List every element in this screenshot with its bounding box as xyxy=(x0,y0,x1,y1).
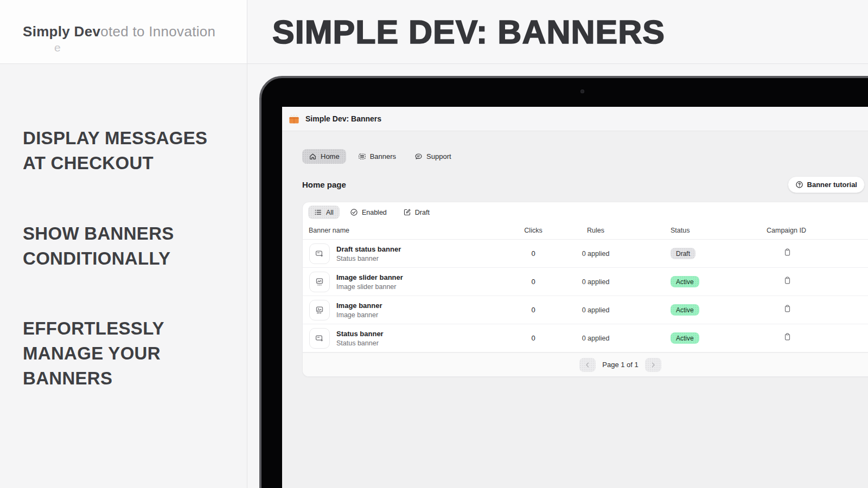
banner-name-cell: Status bannerStatus banner xyxy=(303,328,514,349)
feature-headline-2: SHOW BANNERS CONDITIONALLY xyxy=(23,221,225,271)
banner-name-cell: Draft status bannerStatus banner xyxy=(303,243,514,264)
webcam-dot xyxy=(580,89,584,93)
banner-subtitle: Image banner xyxy=(336,311,382,319)
column-rules: Rules xyxy=(552,227,639,234)
banners-card: All Enabled Draft xyxy=(302,202,868,377)
banner-name-cell: Image bannerImage banner xyxy=(303,300,514,320)
banner-subtitle: Image slider banner xyxy=(336,283,403,291)
check-circle-icon xyxy=(350,208,358,216)
clicks-value: 0 xyxy=(514,334,552,342)
right-panel: SIMPLE DEV: BANNERS Simple Dev: Banners xyxy=(247,0,868,488)
page-head: Home page Banner tutorial xyxy=(302,176,868,194)
chat-icon xyxy=(414,152,423,160)
laptop-mockup: Simple Dev: Banners Home Banners xyxy=(259,76,868,488)
nav-tabs: Home Banners Support xyxy=(302,149,868,164)
feature-headline-3: EFFORTLESSLY MANAGE YOUR BANNERS xyxy=(23,316,225,391)
package-box-icon xyxy=(288,113,300,125)
logo-light-part: oted to Innovation xyxy=(100,23,215,40)
rules-value: 0 applied xyxy=(552,250,639,258)
page-actions: Banner tutorial xyxy=(788,176,868,194)
app-title: Simple Dev: Banners xyxy=(305,114,381,123)
filter-draft[interactable]: Draft xyxy=(397,206,436,219)
previous-page-button[interactable] xyxy=(579,358,596,372)
filter-label: Enabled xyxy=(362,209,387,216)
table-row[interactable]: Status bannerStatus banner 0 0 applied A… xyxy=(303,324,868,352)
left-panel: Simply Devoted to Innovation e DISPLAY M… xyxy=(0,0,247,488)
banner-icon xyxy=(358,152,366,160)
feature-headline-1: DISPLAY MESSAGES AT CHECKOUT xyxy=(23,126,225,176)
banner-name-cell: Image slider bannerImage slider banner xyxy=(303,272,514,292)
banner-name: Image banner xyxy=(336,301,382,310)
clipboard-icon xyxy=(783,304,792,313)
column-status: Status xyxy=(639,227,737,234)
image-slider-icon xyxy=(309,272,330,292)
filter-label: All xyxy=(326,209,334,216)
nav-tab-support[interactable]: Support xyxy=(408,149,458,164)
filter-label: Draft xyxy=(415,209,430,216)
logo-mark: e xyxy=(54,41,61,54)
next-page-button[interactable] xyxy=(645,358,661,372)
banner-name: Image slider banner xyxy=(336,273,403,281)
app-titlebar: Simple Dev: Banners xyxy=(282,107,868,131)
clipboard-icon xyxy=(783,332,792,342)
clicks-value: 0 xyxy=(514,278,552,286)
status-badge: Active xyxy=(671,276,699,287)
home-icon xyxy=(309,152,317,160)
pagination-label: Page 1 of 1 xyxy=(602,361,639,369)
edit-icon xyxy=(403,208,411,216)
clicks-value: 0 xyxy=(514,306,552,314)
chevron-right-icon xyxy=(649,361,658,369)
status-badge: Draft xyxy=(671,248,695,259)
logo-bold-part: Simply Dev xyxy=(23,23,100,40)
banner-tutorial-label: Banner tutorial xyxy=(807,181,857,189)
logo-text: Simply Devoted to Innovation xyxy=(23,23,215,40)
filter-enabled[interactable]: Enabled xyxy=(344,206,393,219)
nav-tab-home[interactable]: Home xyxy=(302,149,346,164)
page: Simply Devoted to Innovation e DISPLAY M… xyxy=(0,0,868,488)
copy-campaign-id-button[interactable] xyxy=(783,248,792,257)
app-main: Home Banners Support xyxy=(282,149,868,377)
status-banner-icon xyxy=(309,328,330,349)
banner-subtitle: Status banner xyxy=(336,339,384,347)
clipboard-icon xyxy=(783,276,792,285)
nav-tab-label: Support xyxy=(426,152,451,160)
list-icon xyxy=(314,208,322,216)
section-title: Home page xyxy=(302,180,346,189)
copy-campaign-id-button[interactable] xyxy=(783,304,792,313)
filter-bar: All Enabled Draft xyxy=(303,202,868,221)
table-header: Banner name Clicks Rules Status Campaign… xyxy=(303,221,868,240)
filter-all[interactable]: All xyxy=(308,206,340,219)
question-circle-icon xyxy=(795,181,803,189)
nav-tab-label: Banners xyxy=(370,152,396,160)
column-banner-name: Banner name xyxy=(303,227,514,234)
banner-subtitle: Status banner xyxy=(336,255,401,262)
nav-tab-banners[interactable]: Banners xyxy=(352,149,403,164)
banner-name: Draft status banner xyxy=(336,245,401,253)
clicks-value: 0 xyxy=(514,249,552,258)
banner-name: Status banner xyxy=(336,330,384,338)
table-row[interactable]: Draft status bannerStatus banner 0 0 app… xyxy=(303,240,868,268)
page-title: SIMPLE DEV: BANNERS xyxy=(272,13,665,51)
feature-list: DISPLAY MESSAGES AT CHECKOUT SHOW BANNER… xyxy=(0,64,247,488)
column-campaign-id: Campaign ID xyxy=(737,227,868,234)
table-row[interactable]: Image bannerImage banner 0 0 applied Act… xyxy=(303,296,868,324)
nav-tab-label: Home xyxy=(321,152,340,160)
chevron-left-icon xyxy=(583,361,592,369)
copy-campaign-id-button[interactable] xyxy=(783,332,792,342)
status-badge: Active xyxy=(671,332,699,344)
app-screen: Simple Dev: Banners Home Banners xyxy=(282,107,868,488)
rules-value: 0 applied xyxy=(552,306,639,314)
status-badge: Active xyxy=(671,304,699,316)
copy-campaign-id-button[interactable] xyxy=(783,276,792,285)
banner-tutorial-button[interactable]: Banner tutorial xyxy=(788,176,865,193)
stage: Simple Dev: Banners Home Banners xyxy=(247,64,868,488)
status-banner-icon xyxy=(309,243,330,264)
title-band: SIMPLE DEV: BANNERS xyxy=(247,0,868,64)
table-row[interactable]: Image slider bannerImage slider banner 0… xyxy=(303,268,868,296)
column-clicks: Clicks xyxy=(514,227,552,234)
rules-value: 0 applied xyxy=(552,335,639,342)
brand-logo: Simply Devoted to Innovation e xyxy=(0,0,247,64)
image-banner-icon xyxy=(309,300,330,320)
table-footer: Page 1 of 1 xyxy=(303,352,868,376)
clipboard-icon xyxy=(783,248,792,257)
